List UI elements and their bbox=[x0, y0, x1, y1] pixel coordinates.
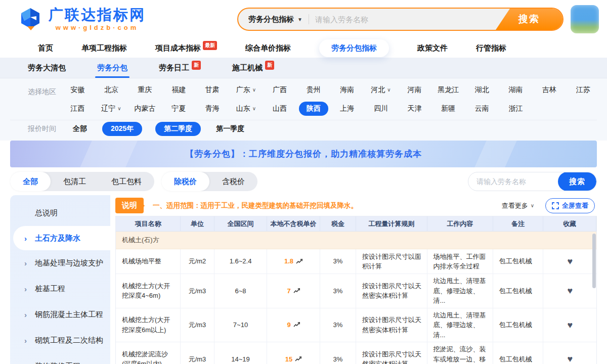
region-option[interactable]: 湖北 bbox=[465, 80, 499, 99]
time-option[interactable]: 全部 bbox=[71, 122, 89, 136]
column-header: 工程量计算规则 bbox=[356, 216, 427, 232]
column-header: 收藏 bbox=[543, 216, 596, 232]
cell-calc-rule: 按设计图示尺寸以天然密实体积计算 bbox=[356, 342, 427, 364]
region-option[interactable]: 北京 bbox=[95, 80, 128, 99]
site-logo[interactable]: 广联达指标网 www·gldzb·com bbox=[17, 6, 146, 32]
nav-item[interactable]: 政策文件 bbox=[417, 43, 448, 53]
region-option[interactable]: 陕西 bbox=[296, 99, 330, 118]
scope-tab[interactable]: 全部 bbox=[10, 172, 51, 191]
region-option[interactable]: 安徽 bbox=[61, 80, 95, 99]
top-header: 广联达指标网 www·gldzb·com 劳务分包指标 ▼ 搜索 bbox=[0, 0, 607, 38]
sub-nav: 劳务大清包 劳务分包 劳务日工 新 施工机械 新 bbox=[0, 58, 607, 78]
region-option[interactable]: 四川 bbox=[364, 99, 398, 118]
nav-item[interactable]: 首页 bbox=[38, 43, 53, 53]
sidebar-item[interactable]: › 钢筋混凝土主体工程 bbox=[10, 302, 110, 328]
region-option[interactable]: 内蒙古 bbox=[128, 99, 162, 118]
region-option[interactable]: 广西 bbox=[263, 80, 297, 99]
region-option[interactable]: 浙江 bbox=[499, 99, 533, 118]
subnav-tab[interactable]: 劳务分包 bbox=[97, 58, 127, 78]
region-option[interactable]: 云南 bbox=[465, 99, 499, 118]
table-header-row: 项目名称 单位 全国区间 本地不含税单价 税金 bbox=[116, 216, 596, 232]
region-option[interactable]: 河北 ∨ bbox=[364, 80, 398, 99]
sidebar-item[interactable]: › 桩基工程 bbox=[10, 276, 110, 302]
content-area: 总说明 › 土石方及降水 › 地基处理与边坡支护 › 桩基工程 › 钢筋混凝土主… bbox=[10, 195, 597, 364]
subnav-tab[interactable]: 施工机械 新 bbox=[232, 58, 274, 78]
list-search-button[interactable]: 搜索 bbox=[558, 172, 596, 191]
region-option[interactable]: 广东 ∨ bbox=[229, 80, 263, 99]
region-option[interactable]: 吉林 bbox=[533, 80, 567, 99]
sidebar-item[interactable]: › 土石方及降水 bbox=[13, 226, 110, 250]
region-option[interactable]: 海南 bbox=[330, 80, 364, 99]
header-search-input[interactable] bbox=[315, 15, 496, 24]
cell-unit: 元/m3 bbox=[181, 308, 214, 343]
favorite-heart-icon[interactable]: ♥ bbox=[567, 286, 573, 295]
time-option[interactable]: 第一季度 bbox=[214, 122, 246, 136]
cell-favorite: ♥ bbox=[543, 308, 596, 343]
trend-up-icon bbox=[293, 288, 300, 294]
region-option[interactable]: 江苏 bbox=[566, 80, 600, 99]
table-scrollbar-thumb[interactable] bbox=[592, 234, 596, 288]
search-category-dropdown[interactable]: 劳务分包指标 ▼ bbox=[238, 15, 309, 24]
notice-badge: 说明 bbox=[115, 198, 144, 213]
chevron-right-icon: › bbox=[24, 234, 29, 243]
region-option[interactable]: 天津 bbox=[398, 99, 431, 118]
time-option[interactable]: 第二季度 bbox=[155, 122, 201, 136]
favorite-heart-icon[interactable]: ♥ bbox=[567, 354, 573, 363]
user-avatar[interactable] bbox=[571, 5, 599, 33]
subnav-tab[interactable]: 劳务日工 新 bbox=[159, 58, 201, 78]
tax-tab[interactable]: 除税价 bbox=[161, 172, 209, 191]
banner-decor bbox=[75, 141, 142, 167]
nav-item[interactable]: 综合单价指标 bbox=[245, 43, 291, 53]
region-option[interactable]: 黑龙江 bbox=[431, 80, 465, 99]
region-option[interactable]: 河南 bbox=[398, 80, 431, 99]
scope-tab[interactable]: 包工包料 bbox=[99, 172, 154, 191]
logo-icon bbox=[17, 6, 44, 32]
cell-project-name: 机械挖土方(大开挖深度4~6m) bbox=[116, 274, 181, 308]
time-option[interactable]: 2025年 bbox=[102, 122, 142, 136]
promo-banner: 【劳务分包】：工序维度分包报价，助力精准核算劳务成本 bbox=[10, 141, 597, 167]
region-option[interactable]: 山东 ∨ bbox=[229, 99, 263, 118]
cell-work-content: 挖淤泥、流沙、装车或堆放一边、移动... bbox=[427, 342, 493, 364]
region-option[interactable]: 湖南 bbox=[499, 80, 533, 99]
subnav-tab[interactable]: 劳务大清包 bbox=[28, 58, 66, 78]
list-search-input[interactable] bbox=[476, 177, 558, 186]
region-option[interactable]: 贵州 bbox=[296, 80, 330, 99]
cell-national-range: 7~10 bbox=[214, 308, 268, 343]
chevron-right-icon: › bbox=[24, 310, 29, 319]
nav-item[interactable]: 单项工程指标 bbox=[81, 43, 127, 53]
fullscreen-button[interactable]: 全屏查看 bbox=[545, 198, 595, 213]
tax-tab[interactable]: 含税价 bbox=[209, 172, 257, 191]
favorite-heart-icon[interactable]: ♥ bbox=[567, 257, 573, 266]
region-option[interactable]: 甘肃 bbox=[196, 80, 230, 99]
cell-unit: 元/m2 bbox=[181, 249, 214, 274]
nav-item[interactable]: 劳务分包指标 bbox=[319, 39, 389, 57]
region-option[interactable]: 福建 bbox=[162, 80, 196, 99]
region-option[interactable]: 宁夏 bbox=[162, 99, 196, 118]
header-search-button[interactable]: 搜索 bbox=[496, 9, 562, 30]
nav-item[interactable]: 行管指标 bbox=[476, 43, 506, 53]
region-option[interactable]: 山西 bbox=[263, 99, 297, 118]
region-option[interactable]: 重庆 bbox=[128, 80, 162, 99]
cell-favorite: ♥ bbox=[543, 249, 596, 274]
region-option[interactable]: 新疆 bbox=[431, 99, 465, 118]
sidebar-item[interactable]: › 装饰装修工程 bbox=[10, 353, 110, 364]
chevron-right-icon: › bbox=[24, 259, 29, 267]
favorite-heart-icon[interactable]: ♥ bbox=[567, 321, 573, 330]
sidebar-item[interactable]: › 砌筑工程及二次结构 bbox=[10, 328, 110, 353]
caret-down-icon: ∨ bbox=[531, 203, 534, 208]
new-badge: 最新 bbox=[203, 41, 217, 50]
scope-segment: 全部 包清工 包工包料 bbox=[10, 172, 154, 191]
scope-tab[interactable]: 包清工 bbox=[51, 172, 99, 191]
region-option[interactable]: 辽宁 ∨ bbox=[95, 99, 128, 118]
region-option[interactable]: 青海 bbox=[196, 99, 230, 118]
sidebar-item[interactable]: 总说明 bbox=[10, 200, 110, 226]
sidebar-item[interactable]: › 地基处理与边坡支护 bbox=[10, 250, 110, 276]
view-more-link[interactable]: 查看更多 ∨ bbox=[502, 201, 534, 210]
nav-item[interactable]: 项目成本指标 最新 bbox=[155, 43, 217, 53]
cell-project-name: 机械场地平整 bbox=[116, 249, 181, 274]
cell-tax: 3% bbox=[320, 342, 356, 364]
region-option[interactable]: 上海 bbox=[330, 99, 364, 118]
dropdown-arrow-icon: ▼ bbox=[297, 17, 302, 22]
cell-favorite: ♥ bbox=[543, 274, 596, 308]
region-option[interactable]: 江西 bbox=[61, 99, 95, 118]
